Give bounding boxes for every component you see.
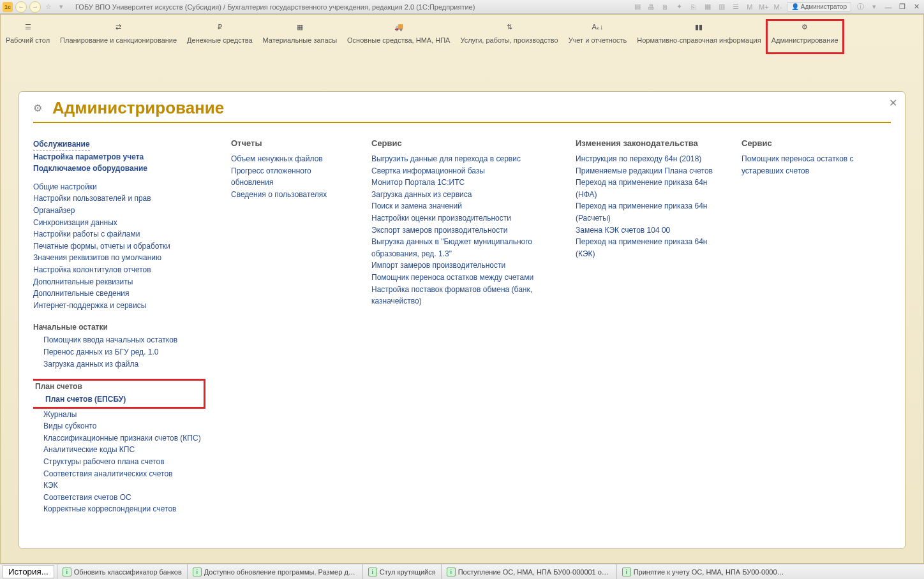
column-reports: Отчеты Объем ненужных файлов Прогресс от… (231, 138, 346, 527)
mem-m[interactable]: M (745, 2, 755, 12)
link-organizer[interactable]: Органайзер (33, 205, 205, 217)
link-unused-files[interactable]: Объем ненужных файлов (231, 153, 346, 165)
link-extra-attrs[interactable]: Дополнительные реквизиты (33, 276, 205, 288)
statusbar: История... i Обновить классификатор банк… (0, 564, 924, 579)
nav-administration[interactable]: ⚙ Администрирование (766, 20, 844, 54)
nav-back-button[interactable]: ← (15, 1, 27, 13)
link-kek[interactable]: КЭК (43, 480, 205, 492)
link-perf-settings[interactable]: Настройки оценки производительности (371, 212, 550, 224)
link-deprecated-balances[interactable]: Помощник переноса остатков с устаревших … (741, 153, 869, 177)
nav-planning[interactable]: ⇄ Планирование и санкционирование (55, 20, 182, 45)
link-print-forms[interactable]: Печатные формы, отчеты и обработки (33, 240, 205, 253)
maximize-button[interactable]: ❐ (897, 2, 907, 12)
link-its-monitor[interactable]: Монитор Портала 1С:ИТС (371, 177, 550, 189)
link-kek-104[interactable]: Замена КЭК счетов 104 00 (576, 224, 716, 237)
menu-dropdown-icon[interactable]: ▾ (869, 2, 879, 12)
status-item-receipt[interactable]: i Поступление ОС, НМА, НПА БУ00-000001 о… (441, 564, 616, 579)
nav-materials[interactable]: ▦ Материальные запасы (258, 20, 343, 45)
link-kps-codes[interactable]: Аналитические коды КПС (43, 444, 205, 456)
user-icon: 👤 (791, 3, 799, 10)
link-perf-export[interactable]: Экспорт замеров производительности (371, 224, 550, 237)
link-extra-info[interactable]: Дополнительные сведения (33, 288, 205, 300)
status-item-update[interactable]: i Доступно обновление программы. Размер … (187, 564, 362, 579)
heading-reports: Отчеты (231, 138, 346, 148)
history-button[interactable]: История... (3, 565, 54, 578)
nav-desktop[interactable]: ☰ Рабочий стол (1, 20, 55, 45)
link-migrate-bgu[interactable]: Перенос данных из БГУ ред. 1.0 (43, 346, 205, 358)
link-service[interactable]: Обслуживание (33, 138, 90, 151)
toolbar-icon-1[interactable]: ▤ (632, 2, 643, 12)
link-load-from-service[interactable]: Загрузка данных из сервиса (371, 189, 550, 201)
link-64n-kek[interactable]: Переход на применение приказа 64н (КЭК) (576, 236, 716, 260)
link-user-info[interactable]: Сведения о пользователях (231, 189, 346, 201)
gear-icon: ⚙ (33, 102, 42, 114)
link-balance-move[interactable]: Помощник переноса остатков между счетами (371, 272, 550, 284)
link-os-map[interactable]: Соответствия счетов ОС (43, 492, 205, 504)
mem-mminus[interactable]: M- (773, 2, 783, 12)
nav-services[interactable]: ⇅ Услуги, работы, производство (455, 20, 563, 45)
link-deferred-update[interactable]: Прогресс отложенного обновления (231, 165, 346, 189)
link-find-replace[interactable]: Поиск и замена значений (371, 200, 550, 212)
nav-fixed-assets[interactable]: 🚚 Основные средства, НМА, НПА (342, 20, 455, 45)
link-sync[interactable]: Синхронизация данных (33, 217, 205, 229)
link-file-settings[interactable]: Настройки работы с файлами (33, 228, 205, 240)
link-journals[interactable]: Журналы (43, 409, 205, 421)
link-kps[interactable]: Классификационные признаки счетов (КПС) (43, 432, 205, 444)
toolbar-icon-8[interactable]: ☰ (731, 2, 741, 12)
link-plan-editions[interactable]: Применяемые редакции Плана счетов (576, 165, 716, 177)
nav-forward-button[interactable]: → (29, 1, 41, 13)
link-correct-corr[interactable]: Корректные корреспонденции счетов (43, 503, 205, 515)
nav-accounting[interactable]: Aₖ↓ Учет и отчетность (563, 20, 632, 45)
close-button[interactable]: ✕ (911, 2, 921, 12)
nav-money[interactable]: ₽ Денежные средства (182, 20, 257, 45)
toolbar-icon-5[interactable]: ⎘ (689, 2, 699, 12)
link-chart-epsbu[interactable]: План счетов (ЕПСБУ) (33, 393, 202, 406)
status-item-banks[interactable]: i Обновить классификатор банков (57, 564, 187, 579)
info-icon: i (193, 568, 202, 576)
link-peripherals[interactable]: Подключаемое оборудование (33, 163, 205, 175)
mem-mplus[interactable]: M+ (759, 2, 769, 12)
link-db-shrink[interactable]: Свертка информационной базы (371, 165, 550, 177)
user-chip[interactable]: 👤 Администратор (787, 2, 851, 11)
status-item-acceptance[interactable]: i Принятие к учету ОС, НМА, НПА БУ00-000… (616, 564, 792, 579)
nav-reference[interactable]: ▮▮ Нормативно-справочная информация (632, 20, 766, 45)
status-text: Стул крутящийся (380, 568, 436, 576)
dropdown-icon[interactable]: ▾ (56, 2, 66, 12)
info-icon[interactable]: ⓘ (855, 2, 865, 12)
link-exchange-formats[interactable]: Настройка поставок форматов обмена (банк… (371, 284, 550, 307)
nav-label: Денежные средства (187, 36, 252, 45)
link-report-headers[interactable]: Настройка колонтитулов отчетов (33, 264, 205, 276)
panel-divider (33, 122, 891, 123)
link-64n-calc[interactable]: Переход на применение приказа 64н (Расче… (576, 200, 716, 224)
toolbar-icon-2[interactable]: 🖶 (646, 2, 657, 12)
link-64n-nfa[interactable]: Переход на применение приказа 64н (НФА) (576, 177, 716, 200)
link-analytic-map[interactable]: Соответствия аналитических счетов (43, 468, 205, 480)
link-structures[interactable]: Структуры рабочего плана счетов (43, 456, 205, 468)
favorite-icon[interactable]: ☆ (43, 2, 54, 12)
toolbar-icon-7[interactable]: ▥ (717, 2, 727, 12)
heading-chart-of-accounts: План счетов (33, 382, 202, 391)
toolbar-icon-4[interactable]: ✦ (674, 2, 685, 12)
link-export-service[interactable]: Выгрузить данные для перехода в сервис (371, 153, 550, 165)
gear-icon: ⚙ (798, 20, 812, 34)
link-budget-export[interactable]: Выгрузка данных в "Бюджет муниципального… (371, 236, 550, 260)
link-default-values[interactable]: Значения реквизитов по умолчанию (33, 252, 205, 264)
link-user-settings[interactable]: Настройки пользователей и прав (33, 193, 205, 205)
link-64n-2018[interactable]: Инструкция по переходу 64н (2018) (576, 153, 716, 165)
status-item-chair[interactable]: i Стул крутящийся (362, 564, 441, 579)
link-settings-accounting[interactable]: Настройка параметров учета (33, 151, 205, 163)
panel-close-button[interactable]: ✕ (889, 97, 897, 109)
minimize-button[interactable]: — (883, 2, 893, 12)
nav-label: Планирование и санкционирование (60, 36, 177, 45)
highlighted-plan-box: План счетов План счетов (ЕПСБУ) (33, 379, 205, 409)
link-perf-import[interactable]: Импорт замеров производительности (371, 260, 550, 272)
column-service-2: Сервис Помощник переноса остатков с уста… (741, 138, 869, 527)
link-general-settings[interactable]: Общие настройки (33, 181, 205, 193)
link-internet-support[interactable]: Интернет-поддержка и сервисы (33, 300, 205, 312)
toolbar-icon-3[interactable]: 🗎 (660, 2, 671, 12)
link-subconto[interactable]: Виды субконто (43, 420, 205, 432)
link-balance-assistant[interactable]: Помощник ввода начальных остатков (43, 334, 205, 346)
link-load-from-file[interactable]: Загрузка данных из файла (43, 358, 205, 370)
toolbar-icon-6[interactable]: ▦ (703, 2, 713, 12)
column-service: Сервис Выгрузить данные для перехода в с… (371, 138, 550, 527)
